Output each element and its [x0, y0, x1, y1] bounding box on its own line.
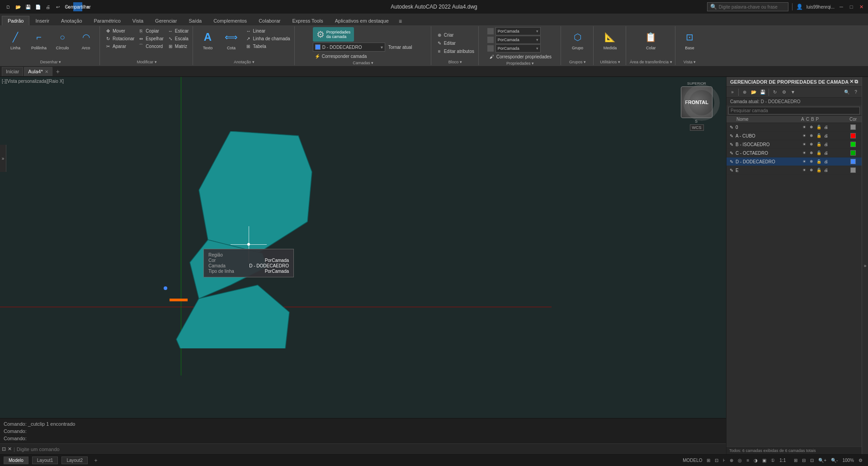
lr-freeze-e[interactable]: ❄: [808, 167, 815, 173]
doc-tab-iniciar[interactable]: Iniciar: [2, 67, 23, 76]
group-propriedades-label[interactable]: Propriedades ▾: [506, 60, 534, 66]
btn-escala[interactable]: ⤡Escala: [166, 35, 190, 42]
lr-visible-a[interactable]: ☀: [801, 133, 807, 139]
transparency-icon[interactable]: ◑: [752, 457, 760, 463]
layer-panel-expand[interactable]: »: [862, 77, 868, 454]
prop-line-dropdown[interactable]: PorCamada ▾: [495, 36, 541, 44]
group-anotacao-label[interactable]: Anotação ▾: [234, 59, 255, 64]
btn-linha[interactable]: ╱ Linha: [5, 27, 26, 52]
command-input[interactable]: [17, 447, 724, 452]
tab-inserir[interactable]: Inserir: [29, 16, 55, 25]
col-header-nome[interactable]: Nome: [735, 117, 801, 122]
group-utilitarios-label[interactable]: Utilitários ▾: [600, 59, 620, 64]
btn-rotacionar[interactable]: ↻Rotacionar: [104, 35, 136, 42]
layer-panel-close[interactable]: ✕: [849, 79, 854, 85]
layer-row-e[interactable]: ✎ E ☀ ❄ 🔓 🖨: [726, 166, 862, 175]
prop-color-dropdown[interactable]: PorCamada ▾: [495, 27, 541, 35]
lr-lock-c[interactable]: 🔓: [816, 150, 822, 156]
selection-icon[interactable]: ▣: [760, 457, 768, 463]
osnap-icon[interactable]: ◎: [736, 457, 744, 463]
btn-grupo[interactable]: ⬡ Grupo: [566, 27, 588, 52]
viewport[interactable]: [-][Vista personalizada][Raio X]: [0, 77, 726, 418]
btn-editar-atributos[interactable]: ≡Editar atributos: [435, 48, 476, 55]
tab-padrao[interactable]: Padrão: [2, 16, 29, 25]
lr-visible-b[interactable]: ☀: [801, 141, 807, 147]
lr-lock-0[interactable]: 🔓: [816, 124, 822, 130]
zoom-in[interactable]: 🔍+: [816, 457, 828, 463]
view-icon-2[interactable]: ⊟: [800, 457, 807, 463]
lr-print-c[interactable]: 🖨: [823, 150, 829, 156]
snap-icon[interactable]: ⊡: [713, 457, 720, 463]
lr-visible-0[interactable]: ☀: [801, 124, 807, 130]
tab-layout2[interactable]: Layout2: [61, 456, 88, 464]
layer-row-c[interactable]: ✎ C - OCTAEDRO ☀ ❄ 🔓 🖨: [726, 149, 862, 157]
lr-freeze-a[interactable]: ❄: [808, 133, 815, 139]
lr-visible-d[interactable]: ☀: [801, 158, 807, 165]
restore-btn[interactable]: □: [848, 4, 854, 10]
btn-tabela[interactable]: ⊞Tabela: [244, 43, 291, 50]
btn-mover[interactable]: ✥Mover: [104, 27, 136, 34]
btn-tornar-atual[interactable]: Tornar atual: [387, 44, 414, 50]
tab-complementos[interactable]: Complementos: [208, 16, 253, 25]
zoom-percent[interactable]: 100%: [840, 457, 856, 463]
layer-row-d[interactable]: ✎ D - DODECAEDRO ☀ ❄ 🔓 🖨: [726, 157, 862, 166]
close-btn[interactable]: ✕: [858, 4, 864, 10]
lr-visible-e[interactable]: ☀: [801, 167, 807, 173]
qa-open[interactable]: 📂: [14, 2, 23, 11]
lr-lock-b[interactable]: 🔓: [816, 141, 822, 147]
qa-save-as[interactable]: 📄: [33, 2, 42, 11]
lp-save[interactable]: 💾: [759, 88, 767, 96]
viewcube[interactable]: SUPERIOR FRONTAL S WCS: [676, 81, 717, 127]
qa-save[interactable]: 💾: [24, 2, 33, 11]
tab-modelo[interactable]: Modelo: [4, 456, 28, 464]
tab-new[interactable]: +: [91, 456, 100, 465]
btn-linear[interactable]: ↔Linear: [244, 27, 291, 34]
btn-circulo[interactable]: ○ Círculo: [52, 27, 73, 52]
lr-print-d[interactable]: 🖨: [823, 158, 829, 165]
group-bloco-label[interactable]: Bloco ▾: [448, 59, 462, 64]
group-vista-label[interactable]: Vista ▾: [684, 59, 696, 64]
view-icon-1[interactable]: ⊞: [792, 457, 799, 463]
lineweight-icon[interactable]: ≡: [745, 457, 751, 463]
btn-linha-chamada[interactable]: ↗Linha de chamada: [244, 35, 291, 42]
layer-row-a[interactable]: ✎ A - CUBO ☀ ❄ 🔓 🖨: [726, 132, 862, 140]
search-input[interactable]: [719, 5, 785, 10]
grid-icon[interactable]: ⊞: [705, 457, 712, 463]
btn-corresponder-camada[interactable]: ⚡Corresponder camada: [313, 52, 368, 60]
doc-tab-aula4[interactable]: Aula4* ✕: [24, 67, 52, 76]
lr-lock-d[interactable]: 🔓: [816, 158, 822, 165]
cmd-x-btn[interactable]: ✕: [8, 446, 12, 452]
lp-search[interactable]: 🔍: [843, 88, 851, 96]
doc-tab-aula4-close[interactable]: ✕: [45, 69, 48, 74]
btn-aparar[interactable]: ✂Aparar: [104, 43, 136, 50]
search-bar[interactable]: 🔍: [707, 2, 788, 11]
lr-freeze-d[interactable]: ❄: [808, 158, 815, 165]
viewcube-face[interactable]: FRONTAL: [681, 86, 712, 118]
lr-print-0[interactable]: 🖨: [823, 124, 829, 130]
lr-lock-e[interactable]: 🔓: [816, 167, 822, 173]
tab-custom[interactable]: ≡: [395, 17, 406, 25]
btn-concord[interactable]: ⌒Concord: [137, 43, 165, 50]
lr-print-b[interactable]: 🖨: [823, 141, 829, 147]
settings-btn[interactable]: ⚙: [857, 457, 864, 463]
btn-base[interactable]: ⊡ Base: [679, 27, 701, 52]
btn-polilinha[interactable]: ⌐ Polilinha: [28, 27, 50, 52]
btn-colar[interactable]: 📋 Colar: [640, 27, 662, 52]
lr-lock-a[interactable]: 🔓: [816, 133, 822, 139]
group-grupos-label[interactable]: Grupos ▾: [569, 59, 586, 64]
lp-refresh[interactable]: ↻: [771, 88, 779, 96]
tab-gerenciar[interactable]: Gerenciar: [149, 16, 183, 25]
btn-corresponder-prop[interactable]: 🖌Corresponder propriedades: [487, 53, 553, 60]
viewcube-wcs[interactable]: WCS: [690, 124, 704, 131]
panel-expand-left[interactable]: »: [0, 145, 6, 172]
lp-filter[interactable]: ▼: [789, 88, 797, 96]
layer-dropdown[interactable]: D - DODECAEDRO ▾: [313, 43, 385, 52]
tab-vista[interactable]: Vista: [127, 16, 149, 25]
minimize-btn[interactable]: ─: [838, 4, 844, 10]
tab-parametrico[interactable]: Paramétrico: [88, 16, 127, 25]
lr-freeze-b[interactable]: ❄: [808, 141, 815, 147]
tab-colaborar[interactable]: Colaborar: [253, 16, 286, 25]
btn-esticar[interactable]: ↔Esticar: [166, 27, 190, 34]
group-desenhar-label[interactable]: Desenhar ▾: [40, 59, 61, 64]
group-modificar-label[interactable]: Modificar ▾: [137, 59, 157, 64]
